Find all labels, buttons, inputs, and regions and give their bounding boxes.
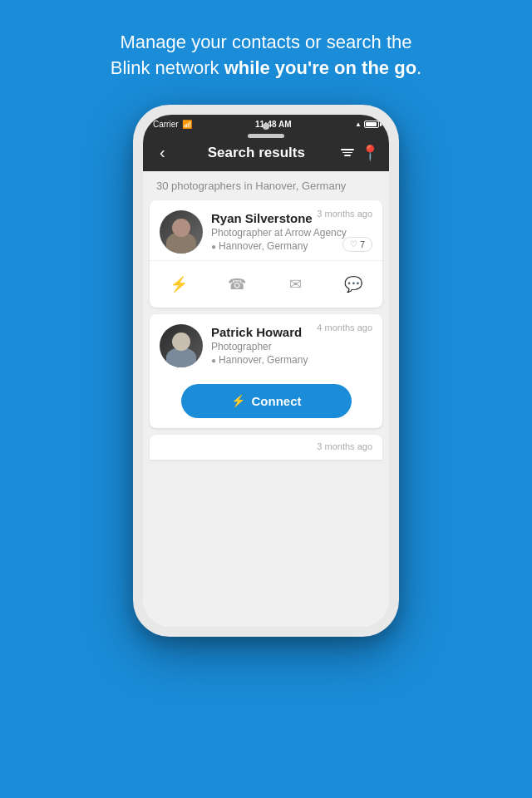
wifi-icon: 📶 [182,120,192,129]
bolt-icon-ryan: ⚡ [170,275,188,293]
action-row-ryan: ⚡ ☎ ✉ 💬 [150,260,382,308]
header-text: Manage your contacts or search the Blink… [69,0,463,105]
header-line2-normal: Blink network [111,57,224,78]
back-button[interactable]: ‹ [153,140,172,165]
contact-card-ryan[interactable]: 3 months ago Ryan Silverstone Photograph… [150,200,382,308]
location-text-patrick: Hannover, Germany [219,354,308,366]
battery-icon [364,121,379,128]
header-line1: Manage your contacts or search the [121,32,412,52]
contact-card-top-patrick: 4 months ago Patrick Howard Photographer… [150,314,382,374]
connections-badge-ryan: ♡ 7 [342,237,372,252]
header-line2-end: . [416,57,421,78]
nav-title: Search results [208,145,305,161]
location-pin-ryan: ● [211,242,216,251]
phone-icon-ryan: ☎ [228,275,246,293]
connect-button[interactable]: ⚡ Connect [181,384,352,418]
contact-card-top-ryan: 3 months ago Ryan Silverstone Photograph… [150,200,382,260]
contact-card-patrick[interactable]: 4 months ago Patrick Howard Photographer… [150,314,382,428]
nav-actions: 📍 [341,144,379,162]
location-text-ryan: Hannover, Germany [219,240,308,252]
location-arrow-icon: ▲ [355,121,362,128]
results-subtitle: 30 photographers in Hanover, Germany [143,171,389,200]
status-right-icons: ▲ [355,121,379,128]
blink-action-ryan[interactable]: ⚡ [164,269,194,299]
filter-line-3 [344,155,351,156]
map-icon[interactable]: 📍 [361,144,379,162]
connect-btn-container: ⚡ Connect [150,374,382,428]
email-icon-ryan: ✉ [289,275,302,293]
carrier-label: Carrier [153,120,179,129]
connect-label: Connect [252,394,302,408]
header-line2-bold: while you're on the go [224,57,416,78]
front-camera [263,123,269,130]
search-results-area: 30 photographers in Hanover, Germany 3 m… [143,171,389,627]
filter-icon[interactable] [341,149,354,156]
time-ago-ryan: 3 months ago [317,209,372,219]
nav-bar: ‹ Search results 📍 [143,135,389,171]
message-action-ryan[interactable]: 💬 [338,269,368,299]
avatar-ryan [160,210,203,254]
phone-top-decor [248,123,284,138]
filter-line-2 [342,152,352,154]
location-pin-patrick: ● [211,356,216,365]
contact-location-patrick: ● Hannover, Germany [211,354,372,366]
connections-count-ryan: 7 [360,239,365,249]
third-card-peek: 3 months ago [150,435,382,460]
heart-icon: ♡ [350,239,357,249]
battery-fill [366,122,377,126]
avatar-patrick [160,324,203,367]
time-ago-patrick: 4 months ago [317,323,372,332]
phone-speaker [248,134,284,138]
connect-bolt-icon: ⚡ [231,394,245,407]
message-icon-ryan: 💬 [344,275,362,293]
phone-shell: Carrier 📶 11:48 AM ▲ ‹ Search results [133,105,399,637]
contact-title-patrick: Photographer [211,341,372,352]
third-card-time-ago: 3 months ago [317,441,372,451]
phone-screen: Carrier 📶 11:48 AM ▲ ‹ Search results [143,115,389,627]
carrier-info: Carrier 📶 [153,120,192,129]
email-action-ryan[interactable]: ✉ [280,269,310,299]
call-action-ryan[interactable]: ☎ [222,269,252,299]
filter-line-1 [341,149,354,150]
